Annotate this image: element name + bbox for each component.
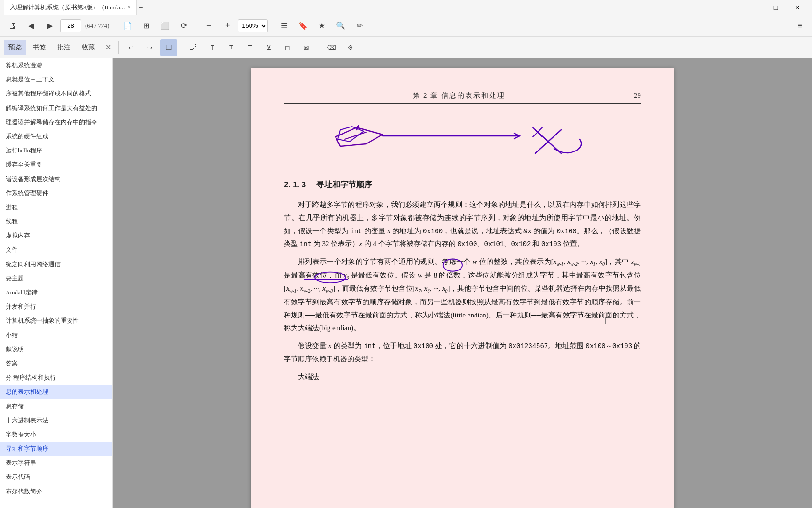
sidebar-item[interactable]: 虚拟内存 [0, 229, 112, 243]
text-tool-button[interactable]: T [204, 39, 221, 56]
sidebar-item[interactable]: 字数据大小 [0, 428, 112, 442]
sidebar-item[interactable]: 献说明 [0, 342, 112, 357]
annotation-svg-top [284, 118, 613, 175]
sidebar-item[interactable]: 缓存至关重要 [0, 158, 112, 172]
sidebar-item[interactable]: 计算机系统中抽象的重要性 [0, 314, 112, 328]
single-page-button[interactable]: 📄 [119, 17, 136, 34]
star-button[interactable]: ★ [313, 17, 330, 34]
zoom-select[interactable]: 150% 100% 125% 175% 200% [238, 19, 268, 32]
section-heading: 2. 1. 3 寻址和字节顺序 [284, 179, 641, 190]
sidebar-item[interactable]: 序被其他程序翻译成不同的格式 [0, 87, 112, 101]
erase-button[interactable]: ⌫ [323, 39, 340, 56]
pdf-page: 第 2 章 信息的表示和处理 29 [251, 68, 674, 508]
fit-page-button[interactable]: ⬜ [156, 17, 173, 34]
zoom-out-button[interactable]: − [200, 17, 217, 34]
sidebar-item[interactable]: 算机系统漫游 [0, 58, 112, 72]
underline-tool-button[interactable]: T [223, 39, 240, 56]
sidebar-item[interactable]: 作系统管理硬件 [0, 186, 112, 200]
sidebar: 算机系统漫游 息就是位＋上下文 序被其他程序翻译成不同的格式 解编译系统如何工作… [0, 58, 113, 508]
separator-3 [272, 19, 272, 32]
sidebar-item[interactable]: 统之间利用网络通信 [0, 257, 112, 271]
sidebar-item[interactable]: 解编译系统如何工作是大有益处的 [0, 101, 112, 115]
pdf-area[interactable]: 第 2 章 信息的表示和处理 29 [113, 58, 812, 508]
sidebar-item[interactable]: 表示代码 [0, 470, 112, 484]
sidebar-item[interactable]: 寻址和字节顺序 [0, 442, 112, 456]
menu-button[interactable]: ≡ [791, 17, 808, 34]
paragraph-2: 排列表示一个对象的字节有两个通用的规则。考虑一个 w 位的整数，其位表示为[xw… [284, 255, 641, 335]
chapter-title: 第 2 章 信息的表示和处理 [284, 91, 634, 100]
draw-tool-button[interactable]: 🖊 [185, 39, 202, 56]
sidebar-item[interactable]: 进程 [0, 200, 112, 214]
tab-preview[interactable]: 预览 [4, 40, 26, 55]
sidebar-item[interactable]: 线程 [0, 214, 112, 229]
sidebar-item[interactable]: 息的表示和处理 [0, 385, 112, 399]
sidebar-item[interactable]: 十六进制表示法 [0, 413, 112, 428]
close-panel-button[interactable]: ✕ [102, 41, 115, 54]
close-button[interactable]: × [787, 0, 808, 15]
sidebar-item[interactable]: 答案 [0, 357, 112, 371]
sidebar-item[interactable]: 文件 [0, 243, 112, 257]
sidebar-item[interactable]: 运行hello程序 [0, 143, 112, 158]
two-page-button[interactable]: ⊞ [138, 17, 155, 34]
sidebar-item[interactable]: 并发和并行 [0, 300, 112, 314]
body-text: 对于跨越多字节的程序对象，我们必须建立两个规则：这个对象的地址是什么，以及在内存… [284, 198, 641, 383]
tab-close-btn[interactable]: × [127, 4, 131, 11]
paragraph-big-endian: 大端法 [284, 371, 641, 384]
sidebar-item[interactable]: 小结 [0, 328, 112, 342]
highlight-button[interactable]: ⊻ [260, 39, 277, 56]
section-number: 2. 1. 3 [284, 180, 314, 189]
note-button[interactable]: ◻ [279, 39, 296, 56]
section-title: 寻址和字节顺序 [316, 180, 372, 189]
tab-annotation[interactable]: 批注 [53, 40, 75, 55]
zoom-in-button[interactable]: + [219, 17, 236, 34]
stamp-button[interactable]: ⊠ [298, 39, 315, 56]
sidebar-item[interactable]: 分 程序结构和执行 [0, 371, 112, 385]
new-tab-button[interactable]: + [139, 3, 143, 12]
tab-favorites[interactable]: 收藏 [77, 40, 100, 55]
sidebar-item[interactable]: 要主题 [0, 271, 112, 286]
sidebar-item[interactable]: Amdahl定律 [0, 286, 112, 300]
sidebar-item[interactable]: 理器读并解释储存在内存中的指令 [0, 115, 112, 129]
sidebar-item[interactable]: 布尔代数简介 [0, 484, 112, 499]
rotate-button[interactable]: ⟳ [175, 17, 192, 34]
sidebar-item[interactable]: 诸设备形成层次结构 [0, 172, 112, 186]
toolbar-top: 🖨 ◀ ▶ 28 (64 / 774) 📄 ⊞ ⬜ ⟳ − + 150% 100… [0, 15, 812, 37]
prev-page-button[interactable]: ◀ [23, 17, 39, 34]
redo-button[interactable]: ↪ [141, 39, 158, 56]
separator-4 [118, 41, 119, 54]
search-button[interactable]: 🔍 [332, 17, 349, 34]
paragraph-1: 对于跨越多字节的程序对象，我们必须建立两个规则：这个对象的地址是什么，以及在内存… [284, 198, 641, 251]
tab-bookmark[interactable]: 书签 [28, 40, 51, 55]
page-total: (64 / 774) [85, 22, 109, 30]
page-header: 第 2 章 信息的表示和处理 29 [284, 91, 641, 104]
paragraph-2-container: 排列表示一个对象的字节有两个通用的规则。考虑一个 w 位的整数，其位表示为[xw… [284, 255, 641, 335]
tab-title: 入理解计算机系统（原书第3版）（Randa... [10, 3, 125, 12]
maximize-button[interactable]: □ [765, 0, 787, 15]
titlebar: 入理解计算机系统（原书第3版）（Randa... × + — □ × [0, 0, 812, 15]
annotation-area-top [284, 118, 641, 175]
page-number-input[interactable]: 28 [60, 19, 81, 32]
separator-6 [319, 41, 319, 54]
paragraph-3: 假设变量 x 的类型为 int，位于地址 0x100 处，它的十六进制值为 0x… [284, 340, 641, 366]
sidebar-item[interactable]: 息存储 [0, 399, 112, 413]
strikethrough-button[interactable]: T̶ [242, 39, 258, 56]
cursor-indicator [605, 317, 606, 324]
separator-5 [181, 41, 181, 54]
sidebar-item[interactable]: 表示字符串 [0, 456, 112, 470]
separator-2 [196, 19, 196, 32]
toolbar-second: 预览 书签 批注 收藏 ✕ ↩ ↪ □ 🖊 T T T̶ ⊻ ◻ ⊠ ⌫ ⚙ [0, 37, 812, 58]
separator-1 [115, 19, 115, 32]
annotate-button[interactable]: ✏ [351, 17, 368, 34]
settings-tool-button[interactable]: ⚙ [342, 39, 359, 56]
sidebar-item[interactable]: 息就是位＋上下文 [0, 72, 112, 87]
print-button[interactable]: 🖨 [4, 17, 21, 34]
outline-button[interactable]: ☰ [276, 17, 293, 34]
next-page-button[interactable]: ▶ [41, 17, 58, 34]
tab-active[interactable]: 入理解计算机系统（原书第3版）（Randa... × [4, 0, 137, 15]
minimize-button[interactable]: — [743, 0, 765, 15]
bookmark-button[interactable]: 🔖 [295, 17, 312, 34]
sidebar-item[interactable]: 系统的硬件组成 [0, 129, 112, 143]
undo-button[interactable]: ↩ [123, 39, 140, 56]
main-layout: 算机系统漫游 息就是位＋上下文 序被其他程序翻译成不同的格式 解编译系统如何工作… [0, 58, 812, 508]
select-tool-button[interactable]: □ [160, 39, 177, 56]
